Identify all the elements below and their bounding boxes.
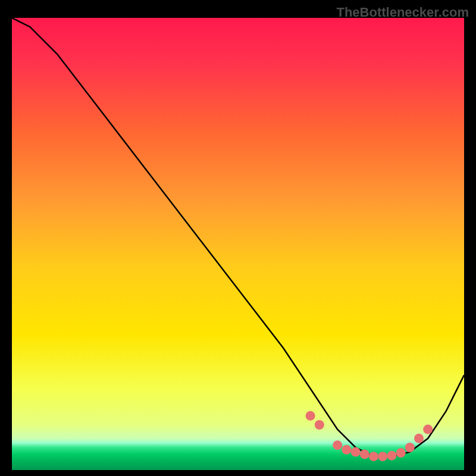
marker-point (405, 443, 415, 452)
chart-container: TheBottlenecker.com (0, 0, 476, 476)
marker-point (396, 448, 406, 458)
marker-point (342, 445, 351, 455)
marker-point (414, 434, 424, 443)
marker-point (369, 452, 378, 461)
marker-point (351, 447, 361, 457)
chart-svg (12, 18, 464, 470)
marker-point (360, 449, 369, 459)
marker-point (387, 451, 396, 461)
watermark-text: TheBottlenecker.com (336, 5, 469, 20)
gradient-background (12, 18, 464, 470)
marker-point (306, 411, 315, 421)
marker-point (378, 452, 387, 461)
marker-point (423, 425, 433, 434)
marker-point (333, 440, 342, 450)
marker-point (315, 420, 324, 430)
plot-area (12, 18, 464, 470)
